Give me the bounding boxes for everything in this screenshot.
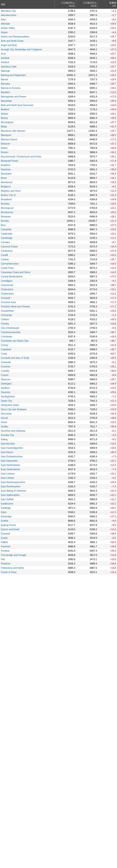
cell-area[interactable]: Chichester <box>0 313 54 317</box>
cell-area[interactable]: Fife <box>0 557 54 561</box>
cell-area[interactable]: Epping Forest <box>0 523 54 527</box>
cell-area[interactable]: Ashfield <box>0 56 54 60</box>
cell-area[interactable]: City of Edinburgh <box>0 326 54 330</box>
cell-area[interactable]: East Cambridgeshire <box>0 446 54 450</box>
cell-area[interactable]: Epsom and Ewell <box>0 527 54 531</box>
cell-area[interactable]: Clackmannanshire <box>0 330 54 335</box>
cell-area[interactable]: Bolton <box>0 146 54 150</box>
cell-area[interactable]: Arun <box>0 52 54 56</box>
cell-area[interactable]: Dorset <box>0 416 54 420</box>
cell-area[interactable]: Blackpool <box>0 133 54 137</box>
cell-area[interactable]: Allerdale <box>0 22 54 26</box>
cell-area[interactable]: Cardiff <box>0 253 54 257</box>
cell-area[interactable]: Birmingham <box>0 120 54 124</box>
cell-area[interactable]: Comhairle nan Eilean Siar <box>0 339 54 343</box>
cell-area[interactable]: Denbighshire <box>0 395 54 399</box>
cell-area[interactable]: Dundee City <box>0 433 54 437</box>
cell-area[interactable]: Fermanagh and Omagh <box>0 553 54 557</box>
cell-area[interactable]: East Devon <box>0 450 54 455</box>
cell-area[interactable]: Cheshire East <box>0 300 54 305</box>
cell-area[interactable]: Fareham <box>0 545 54 549</box>
cell-area[interactable]: Bexley <box>0 116 54 120</box>
cell-area[interactable]: Crawley <box>0 369 54 373</box>
cell-area[interactable]: Broxbourne <box>0 210 54 214</box>
cell-area[interactable]: Barnsley <box>0 82 54 86</box>
cell-area[interactable]: Copeland <box>0 347 54 351</box>
cell-area[interactable]: Barrow-in-Furness <box>0 86 54 90</box>
cell-area[interactable]: Ards and North Down <box>0 39 54 43</box>
cell-area[interactable]: Colchester <box>0 335 54 339</box>
cell-area[interactable]: Ealing <box>0 437 54 441</box>
cell-area[interactable]: Causeway Coast and Glens <box>0 270 54 274</box>
cell-area[interactable]: Dudley <box>0 425 54 429</box>
cell-area[interactable]: East Dunbartonshire <box>0 455 54 459</box>
cell-area[interactable]: Dover <box>0 420 54 425</box>
cell-area[interactable]: Blaenau Gwent <box>0 137 54 142</box>
cell-area[interactable]: Cotswold <box>0 360 54 365</box>
cell-area[interactable]: Canterbury <box>0 249 54 253</box>
cell-area[interactable]: Brent <box>0 176 54 180</box>
cell-area[interactable]: Dartford <box>0 386 54 390</box>
cell-area[interactable]: Brentwood <box>0 180 54 184</box>
cell-area[interactable]: Bristol, City of <box>0 193 54 197</box>
cell-area[interactable]: Bedford <box>0 107 54 112</box>
cell-area[interactable]: Cannock Chase <box>0 244 54 249</box>
cell-area[interactable]: Bolsover <box>0 142 54 146</box>
cell-area[interactable]: Aylesbury Vale <box>0 64 54 69</box>
cell-area[interactable]: Cornwall and Isles of Scilly <box>0 356 54 360</box>
cell-area[interactable]: Central Bedfordshire <box>0 274 54 279</box>
cell-area[interactable]: Bury <box>0 223 54 227</box>
cell-area[interactable]: Bromley <box>0 202 54 206</box>
cell-area[interactable]: Barnet <box>0 78 54 82</box>
cell-area[interactable]: Bridgend <box>0 184 54 189</box>
cell-area[interactable]: Amber Valley <box>0 26 54 30</box>
cell-area[interactable]: Chorley <box>0 321 54 326</box>
cell-area[interactable]: Burnley <box>0 219 54 223</box>
cell-area[interactable]: Ceredigion <box>0 279 54 283</box>
cell-area[interactable]: Carmarthenshire <box>0 261 54 266</box>
cell-area[interactable]: Basingstoke and Deane <box>0 94 54 99</box>
cell-area[interactable]: Eastbourne <box>0 501 54 506</box>
cell-area[interactable]: Derby City <box>0 399 54 403</box>
cell-area[interactable]: East Riding of Yorkshire <box>0 489 54 493</box>
cell-area[interactable]: Craven <box>0 373 54 377</box>
cell-area[interactable]: Flintshire <box>0 561 54 566</box>
cell-area[interactable]: Derry City and Strabane <box>0 407 54 411</box>
cell-area[interactable]: East Hampshire <box>0 459 54 463</box>
cell-area[interactable]: East Northamptonshire <box>0 480 54 485</box>
cell-area[interactable]: Elmbridge <box>0 515 54 519</box>
cell-area[interactable]: Camden <box>0 240 54 244</box>
cell-area[interactable]: Corby <box>0 351 54 356</box>
cell-area[interactable]: East Suffolk <box>0 497 54 501</box>
cell-area[interactable]: Angus <box>0 30 54 34</box>
cell-area[interactable]: East Renfrewshire <box>0 485 54 489</box>
cell-area[interactable]: Braintree <box>0 167 54 172</box>
cell-area[interactable]: Eastleigh <box>0 506 54 510</box>
cell-area[interactable]: Caerphilly <box>0 227 54 231</box>
cell-area[interactable]: Chelmsford <box>0 287 54 291</box>
cell-area[interactable]: Breckland <box>0 172 54 176</box>
cell-area[interactable]: Aberdeenshire <box>0 13 54 18</box>
cell-area[interactable]: Babergh <box>0 69 54 73</box>
cell-area[interactable]: Brighton and Hove <box>0 189 54 193</box>
cell-area[interactable]: Conwy <box>0 343 54 347</box>
cell-area[interactable]: East Lothian <box>0 476 54 480</box>
cell-area[interactable]: Bradford <box>0 163 54 167</box>
cell-area[interactable]: Doncaster <box>0 411 54 416</box>
cell-area[interactable]: Argyll and Bute <box>0 43 54 48</box>
cell-area[interactable]: Darlington <box>0 381 54 386</box>
cell-area[interactable]: Bournemouth, Christchurch and Poole <box>0 154 54 159</box>
cell-area[interactable]: Boston <box>0 150 54 154</box>
cell-area[interactable]: Chesterfield <box>0 309 54 313</box>
cell-area[interactable]: Erewash <box>0 531 54 536</box>
cell-area[interactable]: Exeter <box>0 536 54 540</box>
cell-area[interactable]: Bassetlaw <box>0 99 54 103</box>
cell-area[interactable]: Falkirk <box>0 540 54 545</box>
cell-area[interactable]: Blaby <box>0 124 54 129</box>
cell-area[interactable]: East Ayrshire <box>0 441 54 446</box>
cell-area[interactable]: Coventry <box>0 365 54 369</box>
cell-area[interactable]: Basildon <box>0 90 54 94</box>
cell-area[interactable]: Barking and Dagenham <box>0 73 54 78</box>
cell-area[interactable]: Cherwell <box>0 296 54 300</box>
cell-area[interactable]: Carlisle <box>0 257 54 261</box>
